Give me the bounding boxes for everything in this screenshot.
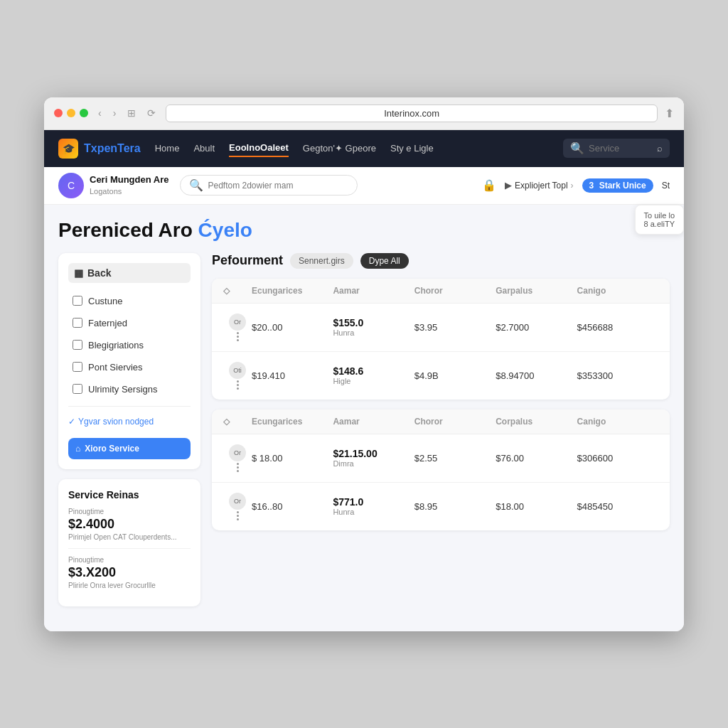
explore-btn[interactable]: ▶ Expliojert Topl › <box>505 180 573 191</box>
filter-blegigriations-checkbox[interactable] <box>73 340 82 350</box>
filter-blegigriations-label: Blegigriations <box>88 340 144 350</box>
row-icon-cell-3: Or <box>223 444 252 472</box>
rating-label-1: Pinougtime <box>68 508 191 515</box>
row-icon-circle-3: Or <box>229 444 246 461</box>
tab-icon: ⊞ <box>124 106 139 120</box>
stark-number: 3 <box>589 181 594 191</box>
app-nav: 🎓 TxpenTera Home Abult EoolnoOaleet Gegt… <box>44 130 684 167</box>
tooltip-line2: 8 a.eliTY <box>644 220 675 228</box>
cell-aamar-bold-2: $148.6 <box>333 365 414 377</box>
nav-search-icon: 🔍 <box>570 141 584 155</box>
dot <box>237 518 239 520</box>
cell-ecungarices-2-1: $16..80 <box>252 501 333 512</box>
pill-sennert[interactable]: Sennert.girs <box>290 253 353 269</box>
filter-blegigriations[interactable]: Blegigriations <box>68 334 191 356</box>
share-icon[interactable]: ⬆ <box>665 107 674 120</box>
logo[interactable]: 🎓 TxpenTera <box>58 139 141 159</box>
nav-links: Home Abult EoolnoOaleet Gegton'✦ Gpeore … <box>155 139 549 157</box>
row-icon-circle-2: Oti <box>229 362 246 379</box>
cell-garpalus-2-0: $76.00 <box>496 453 577 464</box>
cell-aamar-sub-2: Higle <box>333 377 414 385</box>
filter-custune[interactable]: Custune <box>68 290 191 312</box>
filter-custune-label: Custune <box>88 296 122 306</box>
cell-canigo-1-1: $353300 <box>577 370 658 381</box>
row-dots-menu-2[interactable] <box>237 380 239 390</box>
xoro-service-label: Xioro Service <box>85 444 139 454</box>
content-layout: ▦ Back Custune Faternjed Blegigriations <box>58 253 670 606</box>
page-title-text1: Pereniced Aro <box>58 219 198 241</box>
main-area: Pefourment Sennert.girs Dype All ◇ Ecung… <box>212 253 670 606</box>
cell-aamar-sub: Hunra <box>333 328 414 337</box>
row-dots-menu-3[interactable] <box>237 463 239 472</box>
cell-garpalus-2-1: $18.00 <box>496 501 577 512</box>
browser-window: ‹ › ⊞ ⟳ Interinox.com ⬆ 🎓 TxpenTera Home… <box>44 97 684 631</box>
url-bar[interactable]: Interinox.com <box>166 105 658 122</box>
nav-search-input[interactable] <box>589 143 653 154</box>
your-session: ✓ Ygvar svion nodged <box>68 412 191 431</box>
rating-item-2: Pinougtime $3.X200 Plirirle Onra lever G… <box>68 556 191 596</box>
cell-aamar-sub-3: Dimra <box>333 459 414 468</box>
table-row: Or $20..00 $155.0 Hunra $3.9 <box>212 304 670 352</box>
maximize-button[interactable] <box>80 109 88 117</box>
pill-dype[interactable]: Dype All <box>360 253 409 269</box>
stark-label: Stark Unice <box>599 181 646 191</box>
row-icon-circle-4: Or <box>229 493 246 510</box>
cell-aamar-2-0: $21.15.00 Dimra <box>333 448 414 468</box>
reload-icon[interactable]: ⟳ <box>144 106 159 120</box>
filter-pont-checkbox[interactable] <box>73 362 82 372</box>
checkmark-icon: ✓ <box>68 417 75 427</box>
row-icon-cell-4: Or <box>223 493 252 520</box>
page-title: Pereniced Aro Ćyelo <box>58 219 670 242</box>
cell-choror-2-0: $2.55 <box>414 453 496 464</box>
cell-garpalus-1-1: $8.94700 <box>496 370 577 381</box>
nav-search-submit[interactable]: ⌕ <box>657 143 663 154</box>
nav-gegton[interactable]: Gegton'✦ Gpeore <box>303 140 376 156</box>
tooltip-box: To uile lo 8 a.eliTY <box>635 205 684 235</box>
avatar: C <box>58 173 84 198</box>
rating-desc-1: Pirimjel Open CAT Clouperdents... <box>68 533 191 541</box>
cell-canigo-2-0: $306600 <box>577 453 658 464</box>
row-icon-cell-2: Oti <box>223 362 252 390</box>
minimize-button[interactable] <box>67 109 75 117</box>
filter-ulrimity-checkbox[interactable] <box>73 384 82 394</box>
th-ecungarices-1: Ecungarices <box>252 286 333 296</box>
nav-search[interactable]: 🔍 ⌕ <box>563 139 670 158</box>
row-icon-circle: Or <box>229 314 246 331</box>
filter-custune-checkbox[interactable] <box>73 296 82 306</box>
user-name: Ceri Mungden Are <box>90 174 168 186</box>
back-button[interactable]: ▦ Back <box>68 263 191 283</box>
filter-ulrimity[interactable]: Ulrimity Sersigns <box>68 378 191 400</box>
nav-home[interactable]: Home <box>155 140 180 156</box>
nav-sty[interactable]: Sty e Ligle <box>390 140 434 156</box>
row-dots-menu[interactable] <box>237 332 239 341</box>
stark-badge[interactable]: 3 Stark Unice <box>582 178 653 193</box>
nav-eoolno[interactable]: EoolnoOaleet <box>229 139 289 157</box>
dot <box>237 511 239 513</box>
close-button[interactable] <box>54 109 63 117</box>
sub-search[interactable]: 🔍 <box>180 175 358 196</box>
row-dots-menu-4[interactable] <box>237 511 239 520</box>
sub-search-icon: 🔍 <box>189 178 203 192</box>
home-icon: ⌂ <box>75 444 80 454</box>
sub-right: 🔒 ▶ Expliojert Topl › 3 Stark Unice St <box>482 178 670 193</box>
th-aamar-2: Aamar <box>333 417 414 427</box>
sub-search-input[interactable] <box>208 181 348 191</box>
table1: ◇ Ecungarices Aamar Choror Garpalus Cani… <box>212 279 670 400</box>
xoro-service-button[interactable]: ⌂ Xioro Service <box>68 438 191 459</box>
session-label: Ygvar svion nodged <box>78 417 154 427</box>
forward-nav-button[interactable]: › <box>110 106 119 120</box>
filter-faternjed-checkbox[interactable] <box>73 318 82 328</box>
rating-desc-2: Plirirle Onra lever Grocurllle <box>68 582 191 589</box>
sidebar: ▦ Back Custune Faternjed Blegigriations <box>58 253 200 606</box>
cell-aamar-bold-4: $771.0 <box>333 496 414 508</box>
rating-price-2: $3.X200 <box>68 565 191 580</box>
row-icon-cell: Or <box>223 314 252 341</box>
th-choror-2: Choror <box>414 417 496 427</box>
sidebar-card: ▦ Back Custune Faternjed Blegigriations <box>58 253 200 469</box>
filter-faternjed[interactable]: Faternjed <box>68 312 191 334</box>
filter-divider <box>68 406 191 407</box>
back-nav-button[interactable]: ‹ <box>95 106 105 120</box>
th-ecungarices-2: Ecungarices <box>252 417 333 427</box>
filter-pont[interactable]: Pont Siervies <box>68 356 191 378</box>
nav-abult[interactable]: Abult <box>193 140 215 156</box>
